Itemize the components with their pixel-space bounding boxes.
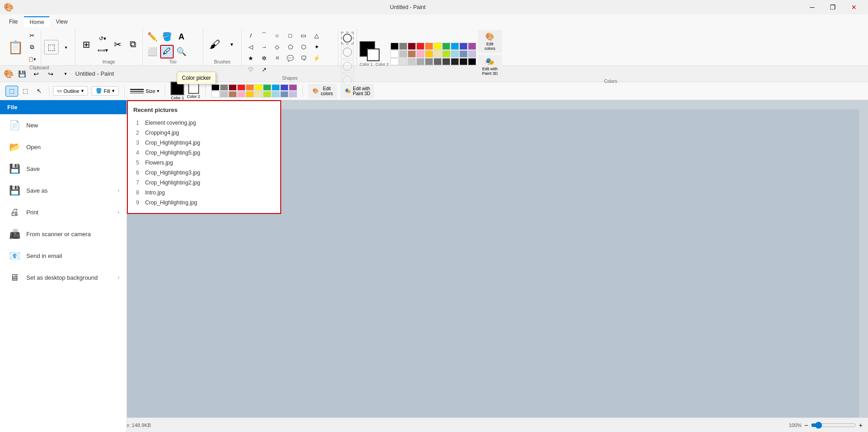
ribbon-color-swatch[interactable] [425, 50, 433, 58]
color2-box[interactable] [367, 49, 380, 61]
menu-item-save[interactable]: 💾 Save [0, 158, 127, 180]
crop-button[interactable]: ✂ [111, 38, 124, 51]
palette-swatch[interactable] [211, 84, 219, 91]
palette-swatch[interactable] [280, 91, 288, 97]
ribbon-color-swatch[interactable] [408, 58, 416, 65]
recent-item[interactable]: 7Crop_Highlighting2.jpg [133, 178, 275, 188]
palette-swatch[interactable] [211, 91, 219, 97]
save-qat-button[interactable]: 💾 [15, 68, 28, 80]
rotate-button[interactable]: ↺▾ [96, 33, 109, 44]
ribbon-color-swatch[interactable] [425, 58, 433, 65]
ribbon-color-swatch[interactable] [416, 58, 424, 65]
ribbon-color-swatch[interactable] [459, 43, 468, 50]
layer-button[interactable]: ⧉ [126, 38, 140, 51]
undo-button[interactable]: ↩ [30, 68, 43, 80]
ribbon-color-swatch[interactable] [434, 58, 442, 65]
text-button[interactable]: A [175, 30, 188, 44]
copy-button[interactable]: ⧉ [25, 42, 38, 53]
recent-item[interactable]: 9Crop_Highlighting.jpg [133, 198, 275, 208]
cut-button[interactable]: ✂ [25, 30, 38, 41]
ribbon-color-swatch[interactable] [442, 43, 450, 50]
ribbon-color-swatch[interactable] [408, 43, 416, 50]
fill-button[interactable]: 🪣 Fill ▾ [92, 86, 119, 96]
recent-item[interactable]: 6Crop_Highlighting3.jpg [133, 168, 275, 178]
recent-item[interactable]: 3Crop_Highlighting4.jpg [133, 138, 275, 148]
redo-button[interactable]: ↪ [44, 68, 57, 80]
shape-rect2[interactable]: ▭ [297, 30, 310, 41]
ribbon-color-swatch[interactable] [434, 50, 442, 58]
menu-item-desktop[interactable]: 🖥 Set as desktop background › [0, 267, 127, 288]
select-all-button[interactable]: ▾ [59, 42, 72, 53]
brushes-button[interactable]: 🖌 [206, 32, 224, 57]
shape-rect[interactable]: □ [284, 30, 297, 41]
palette-swatch[interactable] [246, 84, 254, 91]
zoom-in-button[interactable]: + [859, 422, 863, 429]
shape-callout[interactable]: 💬 [284, 53, 297, 63]
shape-line[interactable]: / [244, 30, 257, 41]
shape-triangle[interactable]: △ [310, 30, 323, 41]
ribbon-color-swatch[interactable] [390, 43, 399, 50]
palette-swatch[interactable] [272, 91, 280, 97]
magnifier-button[interactable]: 🔍 [175, 45, 188, 58]
palette-swatch[interactable] [220, 91, 228, 97]
ribbon-color-swatch[interactable] [408, 50, 416, 58]
minimize-button[interactable]: ─ [802, 0, 823, 15]
select-rect-btn[interactable]: ⬚ [5, 86, 18, 97]
ribbon-color-swatch[interactable] [459, 50, 468, 58]
palette-swatch[interactable] [220, 84, 228, 91]
ribbon-color-swatch[interactable] [468, 43, 476, 50]
eraser-button[interactable]: ⬜ [146, 45, 159, 58]
palette-swatch[interactable] [263, 91, 271, 97]
ribbon-color-swatch[interactable] [416, 50, 424, 58]
select-button[interactable]: ⬚ [44, 40, 59, 54]
zoom-slider[interactable] [811, 422, 856, 429]
menu-item-email[interactable]: 📧 Send in email [0, 245, 127, 267]
palette-swatch[interactable] [246, 91, 254, 97]
palette-swatch[interactable] [254, 91, 263, 97]
shape-arrow[interactable]: → [258, 41, 270, 52]
shape-star4[interactable]: ✦ [310, 41, 323, 52]
resize-button[interactable]: ⊞ [78, 36, 94, 53]
palette-swatch[interactable] [272, 84, 280, 91]
ribbon-color-swatch[interactable] [399, 43, 407, 50]
color-picker-button[interactable]: 🖊 [160, 45, 174, 58]
select-free-btn[interactable]: ⬚ [19, 86, 32, 97]
ribbon-color-swatch[interactable] [442, 58, 450, 65]
ribbon-color-swatch[interactable] [425, 43, 433, 50]
ribbon-color-swatch[interactable] [451, 43, 459, 50]
palette-swatch[interactable] [289, 91, 297, 97]
qat-customize[interactable]: ▾ [59, 68, 72, 80]
tab-view[interactable]: View [50, 16, 73, 27]
shape-hexagon[interactable]: ⬡ [297, 41, 310, 52]
menu-item-open[interactable]: 📂 Open [0, 136, 127, 158]
zoom-out-button[interactable]: − [805, 422, 808, 429]
ribbon-color-swatch[interactable] [468, 50, 476, 58]
recent-item[interactable]: 2Cropping4.jpg [133, 128, 275, 138]
menu-item-saveas[interactable]: 💾 Save as › [0, 180, 127, 201]
shape-ellipse[interactable]: ○ [271, 30, 283, 41]
ribbon-color-swatch[interactable] [468, 58, 476, 65]
pencil-button[interactable]: ✏️ [146, 30, 159, 44]
shape-rtriangle[interactable]: ◁ [244, 41, 257, 52]
palette-swatch[interactable] [229, 91, 237, 97]
ribbon-color-swatch[interactable] [451, 58, 459, 65]
shape-lightning[interactable]: ⚡ [310, 53, 323, 63]
shape-rounded[interactable]: ⌗ [271, 53, 283, 63]
ribbon-color-swatch[interactable] [399, 58, 407, 65]
edit-colors-btn2[interactable]: 🎨 Editcolors [308, 84, 337, 98]
palette-swatch[interactable] [254, 84, 263, 91]
edit-colors-button[interactable]: 🎨 Editcolors [478, 30, 502, 53]
size-lines[interactable] [130, 89, 144, 93]
shape-callout2[interactable]: 🗨 [297, 53, 310, 63]
close-button[interactable]: ✕ [844, 0, 864, 15]
shape-pentagon[interactable]: ⬠ [284, 41, 297, 52]
palette-swatch[interactable] [237, 84, 245, 91]
palette-swatch[interactable] [237, 91, 245, 97]
outline-button[interactable]: ▭ Outline ▾ [53, 86, 88, 96]
ribbon-color-swatch[interactable] [442, 50, 450, 58]
paste-special-button[interactable]: 📋▾ [25, 53, 38, 64]
ribbon-color-swatch[interactable] [390, 58, 399, 65]
fill-button[interactable]: 🪣 [160, 30, 174, 44]
tab-home[interactable]: Home [24, 16, 49, 27]
shape-curve[interactable]: ⌒ [258, 30, 270, 41]
